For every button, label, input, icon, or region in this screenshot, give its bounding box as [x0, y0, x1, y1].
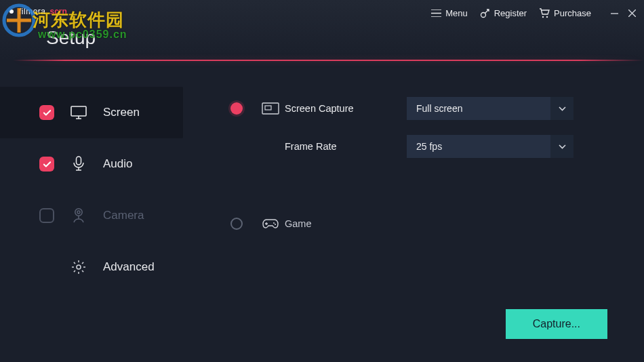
sidebar-item-camera[interactable]: Camera [0, 190, 183, 241]
cart-icon [539, 8, 550, 18]
sidebar-item-advanced[interactable]: Advanced [0, 241, 183, 293]
svg-point-6 [77, 211, 80, 214]
page-title: Setup [9, 27, 96, 49]
screen-capture-value: Full screen [407, 103, 462, 114]
menu-label: Menu [445, 8, 468, 18]
chevron-down-icon [550, 135, 573, 158]
sidebar-item-audio[interactable]: Audio [0, 138, 183, 190]
check-icon [43, 160, 52, 169]
close-icon [628, 9, 636, 17]
register-button[interactable]: Register [480, 8, 527, 18]
camera-icon [71, 207, 87, 224]
svg-rect-3 [71, 106, 86, 116]
frame-rate-label: Frame Rate [285, 141, 407, 152]
svg-point-11 [275, 224, 276, 225]
sidebar-item-label: Camera [103, 209, 144, 222]
purchase-label: Purchase [554, 8, 591, 18]
sidebar-item-label: Advanced [103, 260, 155, 274]
game-radio[interactable] [230, 218, 243, 230]
sidebar-item-label: Screen [103, 106, 140, 119]
check-icon [43, 108, 52, 117]
svg-point-7 [77, 265, 81, 269]
brand-logo: filmora scrn [9, 7, 96, 16]
screen-capture-radio[interactable] [230, 102, 243, 115]
svg-point-5 [75, 209, 82, 216]
menu-button[interactable]: Menu [431, 8, 468, 18]
capture-button[interactable]: Capture... [506, 309, 607, 339]
frame-rate-option: Frame Rate 25 fps [230, 127, 607, 165]
sidebar-item-screen[interactable]: Screen [0, 87, 183, 138]
monitor-icon [71, 106, 87, 119]
register-label: Register [494, 8, 527, 18]
game-label: Game [285, 218, 407, 229]
brand-sub: scrn [50, 7, 67, 16]
sidebar-item-label: Audio [103, 157, 132, 171]
svg-point-2 [546, 16, 548, 18]
audio-checkbox[interactable] [39, 157, 54, 172]
screen-area-icon [262, 102, 285, 115]
svg-point-1 [542, 16, 544, 18]
frame-rate-value: 25 fps [407, 141, 442, 152]
minimize-icon [611, 9, 618, 17]
screen-capture-select[interactable]: Full screen [407, 97, 573, 120]
gear-icon [71, 260, 87, 275]
chevron-down-icon [550, 97, 573, 120]
gamepad-icon [262, 218, 285, 230]
svg-rect-4 [77, 157, 81, 165]
game-option[interactable]: Game [230, 205, 607, 243]
svg-point-0 [481, 13, 485, 18]
brand-main: filmora [19, 7, 46, 16]
menu-icon [431, 9, 441, 17]
purchase-button[interactable]: Purchase [539, 8, 591, 18]
minimize-button[interactable] [610, 9, 618, 18]
main-panel: Screen Capture Full screen Frame Rate 25… [183, 61, 644, 362]
frame-rate-select[interactable]: 25 fps [407, 135, 573, 158]
key-icon [480, 8, 490, 18]
screen-capture-option[interactable]: Screen Capture Full screen [230, 89, 607, 127]
svg-point-10 [273, 222, 275, 224]
camera-checkbox[interactable] [39, 208, 54, 223]
microphone-icon [71, 156, 87, 172]
screen-checkbox[interactable] [39, 105, 54, 120]
close-button[interactable] [628, 9, 636, 18]
sidebar: Screen Audio Camera Advanced [0, 61, 183, 362]
screen-capture-label: Screen Capture [285, 103, 407, 114]
svg-rect-9 [265, 106, 271, 110]
